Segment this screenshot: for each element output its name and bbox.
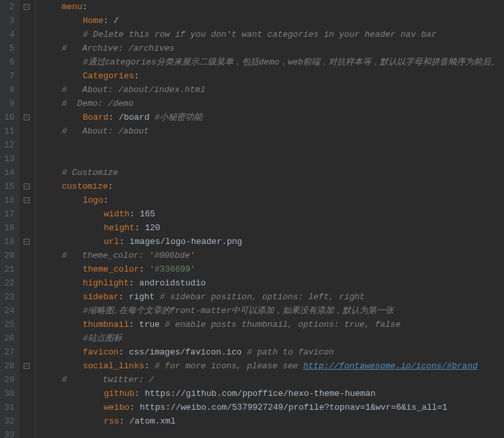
code-line[interactable]: sidebar: right # sidebar position, optio…	[41, 290, 504, 304]
code-line[interactable]: # Customize	[41, 166, 504, 180]
val-token: 120	[145, 223, 160, 233]
colon-token: :	[119, 347, 129, 357]
code-line[interactable]: highlight: androidstudio	[41, 276, 504, 290]
comment-token: # for more icons, please see	[154, 361, 303, 371]
comment-token: # Demo: /demo	[62, 99, 133, 109]
key-token: customize	[62, 182, 108, 191]
comment-token: # Archive: /archives	[62, 43, 175, 53]
code-line[interactable]: Board: /board #小秘密功能	[41, 110, 504, 124]
line-number: 17	[3, 207, 14, 221]
comment-token: # Customize	[62, 168, 118, 178]
code-line[interactable]: thumbnail: true # enable posts thumbnail…	[41, 318, 504, 331]
line-number: 28	[3, 359, 14, 373]
key-token: menu	[62, 2, 82, 12]
key-token: Categories	[83, 71, 134, 81]
fold-toggle-icon[interactable]: −	[24, 239, 30, 245]
code-line[interactable]: #站点图标	[41, 331, 504, 345]
code-line[interactable]: social_links: # for more icons, please s…	[41, 359, 504, 373]
key-token: social_links	[83, 361, 145, 371]
line-number: 13	[3, 152, 14, 166]
val-token: https://weibo.com/5379927249/profile?top…	[140, 402, 447, 412]
code-line[interactable]: weibo: https://weibo.com/5379927249/prof…	[41, 401, 504, 414]
val-token: true	[139, 320, 165, 329]
key-token: Board	[83, 112, 108, 122]
line-number-gutter: 2345678910111213141516171819202122232425…	[0, 0, 20, 438]
comment-token: # About: /about	[62, 126, 149, 136]
comment-token: # Delete this row if you don't want cate…	[83, 30, 436, 39]
colon-token: :	[103, 16, 114, 26]
code-line[interactable]: theme_color: '#336699'	[41, 262, 504, 276]
code-line[interactable]: url: images/logo-header.png	[41, 235, 504, 249]
comment-token: # twitter: /	[62, 375, 154, 385]
comment-token: #缩略图,在每个文章的front-matter中可以添加，如果没有添加，默认为第…	[83, 306, 394, 316]
comment-token: # enable posts thumbnail, options: true,…	[165, 320, 401, 329]
line-number: 22	[3, 276, 14, 290]
code-area[interactable]: menu:Home: /# Delete this row if you don…	[35, 0, 504, 438]
colon-token: :	[135, 389, 145, 399]
code-line[interactable]: height: 120	[41, 221, 504, 235]
fold-column: −−−−−−	[20, 0, 35, 438]
code-line[interactable]: #通过categories分类来展示二级菜单，包括demo，web前端，对抗样本…	[41, 55, 504, 69]
code-line[interactable]: #缩略图,在每个文章的front-matter中可以添加，如果没有添加，默认为第…	[41, 304, 504, 318]
code-line[interactable]: # Demo: /demo	[41, 97, 504, 110]
code-line[interactable]	[41, 152, 504, 166]
colon-token: :	[108, 182, 113, 191]
code-line[interactable]: # Archive: /archives	[41, 41, 504, 55]
code-line[interactable]	[41, 138, 504, 152]
fold-toggle-icon[interactable]: −	[24, 183, 30, 189]
line-number: 27	[3, 345, 14, 359]
str-token: '#336699'	[149, 264, 195, 274]
code-line[interactable]: # About: /about	[41, 124, 504, 138]
comment-token: # theme_color: '#006bde'	[62, 251, 195, 260]
line-number: 33	[3, 428, 14, 438]
val-token: /board	[119, 112, 155, 122]
colon-token: :	[108, 112, 119, 122]
line-number: 32	[3, 414, 14, 428]
val-token: right	[129, 292, 160, 302]
fold-toggle-icon[interactable]: −	[24, 4, 30, 10]
line-number: 10	[3, 110, 14, 124]
line-number: 11	[3, 124, 14, 138]
code-line[interactable]: customize:	[41, 180, 504, 193]
line-number: 26	[3, 331, 14, 345]
code-line[interactable]: # twitter: /	[41, 373, 504, 387]
line-number: 23	[3, 290, 14, 304]
line-number: 14	[3, 166, 14, 180]
code-line[interactable]: # theme_color: '#006bde'	[41, 249, 504, 262]
code-editor[interactable]: 2345678910111213141516171819202122232425…	[0, 0, 504, 438]
fold-toggle-icon[interactable]: −	[24, 363, 30, 369]
colon-token: :	[129, 278, 139, 288]
fold-toggle-icon[interactable]: −	[24, 197, 30, 203]
line-number: 31	[3, 401, 14, 414]
key-token: sidebar	[83, 292, 119, 302]
key-token: highlight	[83, 278, 129, 288]
code-line[interactable]: # Delete this row if you don't want cate…	[41, 28, 504, 41]
colon-token: :	[82, 2, 87, 12]
colon-token: :	[119, 416, 129, 426]
line-number: 7	[3, 69, 14, 83]
key-token: theme_color	[83, 264, 139, 274]
url-token: http://fontawesome.io/icons/#brand	[303, 361, 477, 371]
code-line[interactable]: menu:	[41, 0, 504, 14]
code-line[interactable]: github: https://github.com/ppoffice/hexo…	[41, 387, 504, 401]
line-number: 16	[3, 193, 14, 207]
line-number: 12	[3, 138, 14, 152]
code-line[interactable]: Home: /	[41, 14, 504, 28]
line-number: 29	[3, 373, 14, 387]
key-token: Home	[83, 16, 103, 26]
code-line[interactable]: Categories:	[41, 69, 504, 83]
fold-toggle-icon[interactable]: −	[24, 114, 30, 120]
code-line[interactable]: logo:	[41, 193, 504, 207]
line-number: 8	[3, 83, 14, 97]
code-line[interactable]: width: 165	[41, 207, 504, 221]
key-token: thumbnail	[83, 320, 129, 329]
code-line[interactable]: rss: /atom.xml	[41, 414, 504, 428]
comment-token: #通过categories分类来展示二级菜单，包括demo，web前端，对抗样本…	[83, 57, 499, 67]
line-number: 21	[3, 262, 14, 276]
val-token: androidstudio	[139, 278, 206, 288]
code-line[interactable]: # About: /about/index.html	[41, 83, 504, 97]
code-line[interactable]: favicon: css/images/favicon.ico # path t…	[41, 345, 504, 359]
line-number: 30	[3, 387, 14, 401]
code-line[interactable]	[41, 428, 504, 438]
key-token: height	[104, 223, 135, 233]
